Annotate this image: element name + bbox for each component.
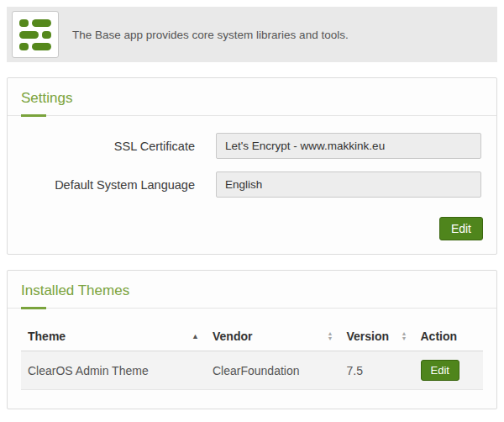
settings-button-row: Edit — [8, 214, 496, 254]
installed-themes-panel: Installed Themes Theme ▲ Vendo — [7, 270, 497, 409]
form-row-default-language: Default System Language — [21, 171, 483, 198]
icon-bar — [32, 19, 51, 27]
icon-bar — [32, 43, 51, 50]
icon-dot — [42, 31, 51, 39]
column-header-vendor[interactable]: Vendor ▲ ▼ — [206, 322, 340, 351]
icon-dot — [19, 19, 29, 27]
base-app-icon — [12, 11, 59, 58]
form-row-ssl-certificate: SSL Certificate — [21, 133, 483, 159]
base-app-icon-row — [19, 31, 51, 39]
themes-table-header-row: Theme ▲ Vendor ▲ ▼ — [21, 322, 483, 351]
themes-table-wrap: Theme ▲ Vendor ▲ ▼ — [8, 309, 496, 409]
ssl-certificate-label: SSL Certificate — [21, 140, 216, 153]
settings-form: SSL Certificate Default System Language — [8, 116, 496, 214]
ssl-certificate-field[interactable] — [216, 133, 481, 159]
sort-ascending-icon: ▲ — [192, 332, 199, 340]
themes-panel-heading: Installed Themes — [8, 271, 496, 309]
settings-panel: Settings SSL Certificate Default System … — [7, 77, 497, 255]
version-cell: 7.5 — [340, 351, 414, 390]
icon-bar — [19, 31, 39, 39]
settings-edit-button[interactable]: Edit — [439, 217, 483, 240]
app-banner: The Base app provides core system librar… — [7, 7, 497, 62]
column-label-action: Action — [421, 330, 458, 343]
column-header-action: Action — [414, 322, 484, 351]
action-cell: Edit — [414, 351, 484, 390]
column-label-theme: Theme — [28, 330, 66, 343]
theme-edit-button[interactable]: Edit — [421, 360, 459, 381]
installed-themes-title: Installed Themes — [21, 282, 483, 299]
theme-name-cell: ClearOS Admin Theme — [21, 351, 206, 390]
column-label-vendor: Vendor — [213, 330, 252, 343]
heading-accent-bar — [21, 114, 46, 117]
column-header-version[interactable]: Version ▲ ▼ — [340, 322, 414, 351]
settings-title: Settings — [21, 90, 483, 107]
base-app-icon-row — [19, 43, 51, 50]
vendor-cell: ClearFoundation — [206, 351, 340, 390]
heading-accent-bar — [21, 307, 46, 309]
themes-table: Theme ▲ Vendor ▲ ▼ — [21, 322, 483, 390]
base-app-icon-row — [19, 19, 51, 27]
default-language-label: Default System Language — [21, 178, 216, 192]
table-row: ClearOS Admin Theme ClearFoundation 7.5 … — [21, 351, 483, 390]
icon-dot — [19, 43, 29, 50]
default-language-field[interactable] — [216, 171, 481, 198]
sort-both-icon: ▲ ▼ — [328, 331, 333, 341]
column-label-version: Version — [347, 330, 390, 343]
sort-down-glyph: ▼ — [328, 336, 333, 341]
settings-panel-heading: Settings — [8, 78, 496, 116]
app-description: The Base app provides core system librar… — [72, 29, 349, 41]
column-header-theme[interactable]: Theme ▲ — [21, 322, 206, 351]
sort-down-glyph: ▼ — [402, 336, 407, 341]
sort-both-icon: ▲ ▼ — [402, 331, 407, 341]
